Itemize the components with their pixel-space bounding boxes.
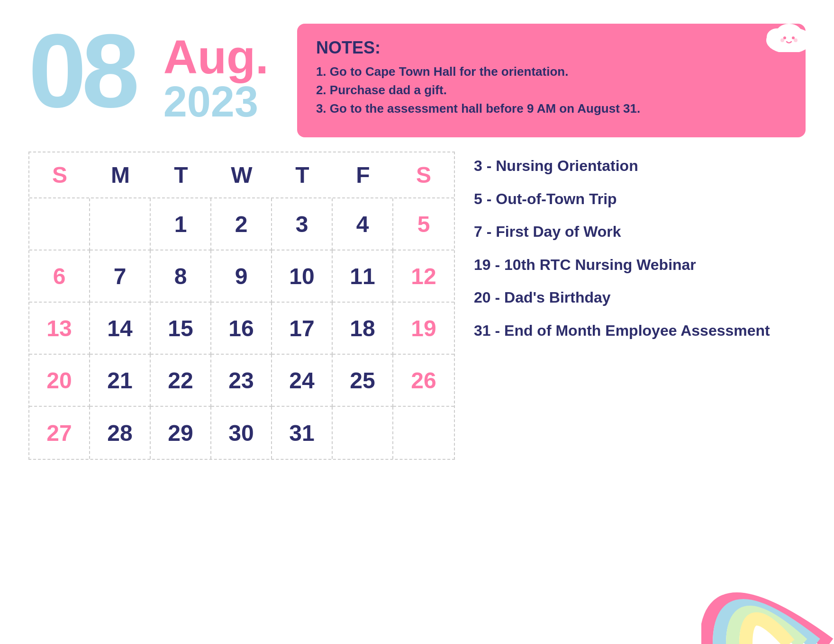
day-header-tue: T (151, 152, 211, 197)
cal-cell-30: 30 (211, 407, 272, 459)
cloud-decoration (763, 14, 815, 52)
month-name: Aug. (163, 33, 269, 80)
cal-cell-14: 14 (90, 303, 151, 355)
week-3: 13 14 15 16 17 18 19 (29, 303, 454, 355)
svg-point-6 (780, 38, 784, 42)
cal-cell-empty-2 (90, 198, 151, 250)
cal-cell-7: 7 (90, 250, 151, 303)
cal-cell-13: 13 (29, 303, 90, 355)
day-header-sat: S (393, 152, 454, 197)
cal-cell-3: 3 (272, 198, 333, 250)
event-1: 3 - Nursing Orientation (474, 156, 806, 176)
event-3: 7 - First Day of Work (474, 222, 806, 242)
event-2: 5 - Out-of-Town Trip (474, 189, 806, 209)
note-item-2: 2. Purchase dad a gift. (316, 83, 787, 98)
cal-cell-empty-4 (393, 407, 454, 459)
cal-cell-16: 16 (211, 303, 272, 355)
cal-cell-8: 8 (151, 250, 211, 303)
day-header-fri: F (333, 152, 393, 197)
cal-cell-5: 5 (393, 198, 454, 250)
cal-cell-9: 9 (211, 250, 272, 303)
rainbow-decoration (701, 549, 834, 644)
day-header-wed: W (211, 152, 272, 197)
day-header-thu: T (272, 152, 333, 197)
cal-cell-6: 6 (29, 250, 90, 303)
cal-cell-27: 27 (29, 407, 90, 459)
cal-cell-25: 25 (333, 355, 393, 407)
cal-cell-23: 23 (211, 355, 272, 407)
cal-cell-24: 24 (272, 355, 333, 407)
cal-cell-empty-3 (333, 407, 393, 459)
cal-cell-12: 12 (393, 250, 454, 303)
cal-cell-1: 1 (151, 198, 211, 250)
week-4: 20 21 22 23 24 25 26 (29, 355, 454, 407)
notes-list: 1. Go to Cape Town Hall for the orientat… (316, 64, 787, 116)
svg-point-4 (783, 36, 786, 39)
cal-cell-29: 29 (151, 407, 211, 459)
year-text: 2023 (163, 80, 269, 123)
notes-title: NOTES: (316, 38, 787, 58)
cal-cell-empty-1 (29, 198, 90, 250)
cal-cell-18: 18 (333, 303, 393, 355)
month-number: 08 (28, 19, 135, 123)
cal-cell-20: 20 (29, 355, 90, 407)
header-section: 08 Aug. 2023 NOTES: 1. Go to Cape Town H… (0, 0, 834, 137)
cal-cell-19: 19 (393, 303, 454, 355)
events-sidebar: 3 - Nursing Orientation 5 - Out-of-Town … (474, 152, 806, 354)
note-item-1: 1. Go to Cape Town Hall for the orientat… (316, 64, 787, 79)
svg-point-3 (776, 24, 802, 45)
event-4: 19 - 10th RTC Nursing Webinar (474, 255, 806, 275)
cal-cell-10: 10 (272, 250, 333, 303)
cal-cell-11: 11 (333, 250, 393, 303)
notes-box: NOTES: 1. Go to Cape Town Hall for the o… (297, 24, 806, 137)
day-header-sun: S (29, 152, 90, 197)
svg-point-5 (792, 36, 795, 39)
day-header-mon: M (90, 152, 151, 197)
svg-point-7 (794, 38, 798, 42)
cal-cell-22: 22 (151, 355, 211, 407)
event-5: 20 - Dad's Birthday (474, 288, 806, 308)
week-2: 6 7 8 9 10 11 12 (29, 250, 454, 303)
month-year-text: Aug. 2023 (163, 19, 269, 123)
cal-cell-21: 21 (90, 355, 151, 407)
week-5: 27 28 29 30 31 (29, 407, 454, 459)
cal-cell-17: 17 (272, 303, 333, 355)
calendar-container: S M T W T F S 1 2 3 4 5 6 7 8 9 10 11 12 (28, 152, 455, 460)
calendar-header-row: S M T W T F S (29, 152, 454, 198)
cal-cell-2: 2 (211, 198, 272, 250)
cal-cell-31: 31 (272, 407, 333, 459)
calendar-section: S M T W T F S 1 2 3 4 5 6 7 8 9 10 11 12 (0, 137, 834, 460)
cal-cell-4: 4 (333, 198, 393, 250)
cal-cell-26: 26 (393, 355, 454, 407)
cal-cell-28: 28 (90, 407, 151, 459)
note-item-3: 3. Go to the assessment hall before 9 AM… (316, 101, 787, 116)
week-1: 1 2 3 4 5 (29, 198, 454, 250)
cal-cell-15: 15 (151, 303, 211, 355)
event-6: 31 - End of Month Employee Assessment (474, 321, 806, 341)
